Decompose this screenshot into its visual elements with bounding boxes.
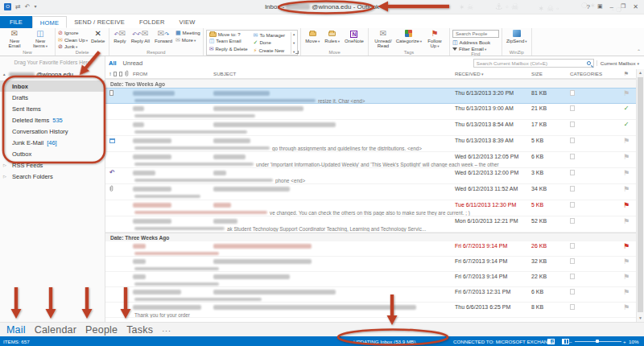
scroll-up-icon[interactable]: ▲ — [637, 70, 644, 75]
collapse-ribbon-icon[interactable]: ⌃ — [637, 48, 641, 54]
unread-read-button[interactable]: ✉Unread/ Read — [371, 29, 395, 49]
help-icon[interactable]: ? — [586, 3, 589, 10]
sidebar-folder-drafts[interactable]: Drafts — [0, 92, 105, 103]
date-group-header[interactable]: Date: Three Weeks Ago — [105, 233, 644, 241]
column-from[interactable]: FROM — [133, 71, 213, 76]
zipsend-button[interactable]: ZipSend — [505, 29, 529, 44]
undo-icon[interactable]: ↶ — [25, 3, 31, 10]
nav-people[interactable]: People — [85, 324, 118, 336]
quickstep-move-to[interactable]: Move to: ? — [209, 32, 248, 37]
ribbon-options-icon[interactable]: ▣ — [597, 3, 603, 10]
category-checkbox[interactable] — [570, 105, 575, 111]
follow-up-flag-icon[interactable]: ✓ — [624, 121, 630, 128]
minimize-icon[interactable]: – — [610, 3, 613, 10]
onenote-button[interactable]: NOneNote — [343, 29, 365, 43]
zoom-slider-knob[interactable] — [596, 340, 599, 343]
attachment-column-icon[interactable] — [125, 70, 129, 77]
message-row[interactable]: Wed 6/12/2013 12:05 PM6 KB⚑under 'Import… — [105, 152, 644, 168]
message-row[interactable]: ↶Wed 6/12/2013 12:00 PM3 KB⚑phone <end> — [105, 168, 644, 184]
forward-button[interactable]: ✉↷Forward — [153, 29, 174, 43]
message-row[interactable]: Fri 6/7/2013 12:31 PM6 KB⚑ — [105, 287, 644, 303]
scrollbar-thumb[interactable] — [638, 77, 643, 312]
category-checkbox[interactable] — [570, 243, 575, 249]
meeting-button[interactable]: ▦Meeting — [175, 30, 200, 35]
follow-up-flag-icon[interactable]: ✓ — [624, 105, 630, 112]
category-checkbox[interactable] — [570, 170, 575, 175]
flag-column-icon[interactable]: ⚑ — [617, 71, 636, 77]
category-checkbox[interactable] — [570, 154, 575, 159]
zoom-out-icon[interactable]: – — [569, 339, 572, 344]
message-row[interactable]: Fri 6/7/2013 9:14 PM32 KB⚑ — [105, 257, 644, 272]
category-checkbox[interactable] — [570, 218, 575, 224]
tab-send-receive[interactable]: SEND / RECEIVE — [67, 16, 132, 28]
message-row[interactable]: Thu 6/6/2013 6:25 PM8 KB⚑Thank you for y… — [105, 303, 644, 318]
qat-customize-icon[interactable]: ▾ — [34, 3, 36, 10]
filter-tab-unread[interactable]: Unread — [123, 60, 143, 67]
category-checkbox[interactable] — [570, 122, 575, 127]
sidebar-folder-sent-items[interactable]: Sent Items — [0, 103, 105, 114]
search-icon[interactable] — [587, 61, 591, 65]
follow-up-flag-icon[interactable]: ⚑ — [623, 217, 630, 225]
quickstep-done[interactable]: ✓Done — [254, 39, 286, 46]
message-row[interactable]: Fri 6/7/2013 9:14 PM26 KB⚑ — [105, 241, 644, 257]
follow-up-flag-icon[interactable]: ⚑ — [623, 288, 630, 296]
search-scope-dropdown[interactable]: Current Mailbox — [597, 60, 639, 66]
message-row[interactable]: Thu 6/13/2013 8:39 AM5 KB⚑go through ass… — [105, 136, 644, 152]
mailbox-account[interactable]: @winona.edu — [0, 68, 105, 80]
tab-file[interactable]: FILE — [0, 16, 32, 28]
search-people-input[interactable]: Search People — [452, 30, 499, 38]
sidebar-folder-inbox[interactable]: Inbox — [0, 80, 105, 92]
column-received[interactable]: RECEIVED — [455, 71, 531, 76]
category-checkbox[interactable] — [570, 289, 575, 295]
ignore-button[interactable]: ⊘Ignore — [58, 30, 88, 35]
sidebar-folder-junk-e-mail[interactable]: Junk E-Mail[46] — [0, 137, 105, 148]
scroll-down-icon[interactable]: ▼ — [637, 315, 644, 320]
follow-up-flag-icon[interactable]: ⚑ — [623, 169, 630, 177]
tab-view[interactable]: VIEW — [172, 16, 203, 28]
follow-up-flag-icon[interactable]: ⚑ — [623, 242, 630, 250]
message-row[interactable]: Wed 6/12/2013 11:52 AM34 KB⚑ — [105, 184, 644, 200]
follow-up-flag-icon[interactable]: ⚑ — [623, 137, 630, 145]
message-row[interactable]: Mon 6/10/2013 12:21 PM52 KB⚑ak Student T… — [105, 216, 644, 233]
follow-up-flag-icon[interactable]: ⚑ — [623, 273, 630, 281]
message-row[interactable]: Thu 6/13/2013 9:00 AM21 KB✓ — [105, 104, 644, 120]
restore-icon[interactable]: ❐ — [621, 3, 625, 10]
outlook-app-icon[interactable]: O — [4, 3, 11, 10]
sidebar-folder-conversation-history[interactable]: Conversation History — [0, 126, 105, 137]
clean-up-button[interactable]: ✉Clean Up — [58, 37, 88, 43]
nav-more-icon[interactable]: ··· — [162, 324, 171, 335]
filter-tab-all[interactable]: All — [109, 60, 117, 67]
more-respond-button[interactable]: ✉More — [175, 37, 200, 43]
close-icon[interactable]: ✕ — [633, 3, 638, 10]
rules-button[interactable]: Rules — [323, 29, 341, 44]
category-checkbox[interactable] — [570, 274, 575, 279]
reply-button[interactable]: ↶✉Reply — [112, 29, 127, 43]
follow-up-flag-icon[interactable]: ⚑ — [623, 257, 630, 266]
importance-column-icon[interactable]: ! — [109, 71, 111, 76]
new-email-button[interactable]: ✉New Email — [2, 29, 27, 49]
date-group-header[interactable]: Date: Two Weeks Ago — [105, 79, 644, 88]
sidebar-folder-rss-feeds[interactable]: RSS Feeds — [0, 159, 105, 171]
follow-up-flag-icon[interactable]: ⚑ — [623, 185, 630, 193]
nav-tasks[interactable]: Tasks — [126, 324, 153, 336]
tab-folder[interactable]: FOLDER — [132, 16, 172, 28]
message-row[interactable]: Thu 6/13/2013 8:54 AM17 KB✓ — [105, 120, 644, 136]
item-type-column-icon[interactable] — [119, 72, 122, 76]
message-row[interactable]: Fri 6/7/2013 9:14 PM22 KB⚑ — [105, 272, 644, 287]
send-receive-icon[interactable]: ⇄ — [15, 3, 21, 10]
quickstep-reply-delete[interactable]: ✉Reply & Delete — [209, 46, 248, 52]
quickstep-team-email[interactable]: ◫Team Email — [209, 38, 248, 44]
zoom-slider[interactable] — [575, 341, 621, 342]
junk-button[interactable]: ⊘Junk — [58, 43, 88, 49]
nav-calendar[interactable]: Calendar — [35, 324, 76, 336]
column-size[interactable]: SIZE — [531, 71, 570, 76]
category-checkbox[interactable] — [570, 186, 575, 192]
message-row[interactable]: Thu 6/13/2013 3:20 PM81 KB⚑resize it. Ch… — [105, 88, 644, 104]
follow-up-flag-icon[interactable]: ⚑ — [623, 153, 630, 161]
reply-all-button[interactable]: ↶↶✉Reply All — [130, 29, 151, 43]
category-checkbox[interactable] — [570, 138, 575, 143]
follow-up-flag-icon[interactable]: ⚑ — [623, 303, 630, 311]
sidebar-folder-search-folders[interactable]: Search Folders — [0, 171, 105, 182]
zoom-in-icon[interactable]: + — [623, 339, 626, 344]
follow-up-button[interactable]: ⚑Follow Up — [423, 29, 447, 49]
